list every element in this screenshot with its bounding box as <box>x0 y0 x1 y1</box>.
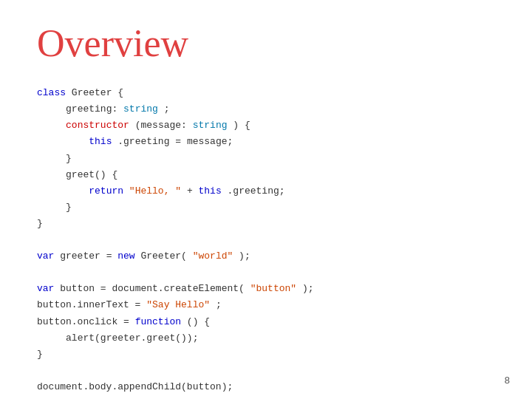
code-line-7: return "Hello, " + this .greeting; <box>37 183 495 200</box>
code-text: ); <box>239 250 250 262</box>
code-line-3: constructor (message: string ) { <box>37 117 495 134</box>
code-text: } <box>66 202 72 213</box>
code-line-13: var button = document.createElement( "bu… <box>37 281 495 297</box>
code-line-8: } <box>37 200 495 216</box>
keyword-class: class <box>37 87 66 98</box>
code-line-16: alert(greeter.greet()); <box>37 330 495 347</box>
indent <box>37 185 83 197</box>
string-say-hello: "Say Hello" <box>146 299 210 310</box>
code-text: greet() { <box>66 169 117 180</box>
code-text: Greeter { <box>72 87 123 98</box>
indent <box>37 136 83 147</box>
code-text: ; <box>164 103 170 115</box>
code-line-2: greeting: string ; <box>37 101 495 117</box>
slide-title: Overview <box>37 22 495 64</box>
code-text: (message: <box>135 120 193 131</box>
keyword-var1: var <box>37 250 54 262</box>
code-text: () { <box>187 316 210 327</box>
code-text: ) { <box>233 120 250 131</box>
code-line-14: button.innerText = "Say Hello" ; <box>37 297 495 313</box>
code-text: button.onclick = <box>37 316 135 327</box>
code-text: + <box>187 185 199 197</box>
indent <box>37 332 60 344</box>
keyword-var2: var <box>37 283 54 294</box>
code-line-5: } <box>37 151 495 167</box>
code-text: greeting: <box>66 103 123 115</box>
code-text: } <box>37 349 43 360</box>
code-line-4: this .greeting = message; <box>37 134 495 150</box>
code-text: greeter = <box>60 250 117 262</box>
code-line-11: var greeter = new Greeter( "world" ); <box>37 248 495 265</box>
indent <box>37 103 60 115</box>
code-line-17: } <box>37 347 495 363</box>
keyword-return: return <box>89 185 123 197</box>
slide: Overview class Greeter { greeting: strin… <box>0 0 532 399</box>
string-button: "button" <box>250 283 296 294</box>
code-text: alert(greeter.greet()); <box>66 332 198 344</box>
keyword-this: this <box>89 136 112 147</box>
code-text: ; <box>216 299 222 310</box>
indent <box>37 202 60 213</box>
code-text: } <box>37 218 43 229</box>
page-number: 8 <box>505 375 510 386</box>
keyword-constructor: constructor <box>66 120 129 131</box>
string-hello: "Hello, " <box>129 185 181 197</box>
type-string: string <box>123 103 158 115</box>
code-line-15: button.onclick = function () { <box>37 314 495 330</box>
indent <box>37 169 60 180</box>
keyword-function: function <box>135 316 181 327</box>
indent <box>37 153 60 164</box>
code-text: Greeter( <box>140 250 186 262</box>
code-line-9: } <box>37 216 495 232</box>
code-block: class Greeter { greeting: string ; const… <box>37 85 495 395</box>
code-text: .greeting = message; <box>117 136 233 147</box>
code-line-19: document.body.appendChild(button); <box>37 379 495 395</box>
code-text: button.innerText = <box>37 299 146 310</box>
code-line-6: greet() { <box>37 167 495 183</box>
code-line-1: class Greeter { <box>37 85 495 101</box>
code-text: } <box>66 153 72 164</box>
code-text: document.body.appendChild(button); <box>37 381 233 392</box>
keyword-new1: new <box>117 250 134 262</box>
code-text: ); <box>302 283 314 294</box>
indent <box>37 120 60 131</box>
code-text: button = document.createElement( <box>60 283 245 294</box>
keyword-this2: this <box>199 185 222 197</box>
code-text: .greeting; <box>228 185 285 197</box>
string-world: "world" <box>193 250 233 262</box>
type-string2: string <box>193 120 228 131</box>
